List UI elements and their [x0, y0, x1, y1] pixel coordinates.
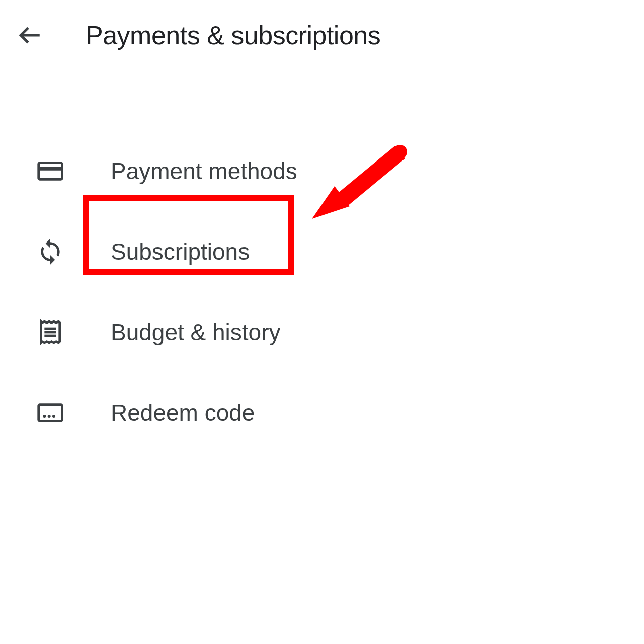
header: Payments & subscriptions [0, 0, 644, 65]
svg-point-7 [43, 415, 46, 418]
menu-label-payment-methods: Payment methods [111, 157, 297, 185]
menu-list: Payment methods Subscriptions Budget & h… [0, 65, 644, 453]
menu-label-budget-history: Budget & history [111, 318, 281, 346]
svg-point-9 [52, 415, 55, 418]
svg-rect-1 [39, 163, 62, 180]
menu-item-budget-history[interactable]: Budget & history [35, 292, 644, 372]
svg-rect-6 [39, 405, 62, 421]
back-button[interactable] [15, 20, 45, 50]
sync-icon [35, 236, 65, 267]
arrow-back-icon [18, 23, 43, 48]
receipt-icon [35, 317, 65, 347]
credit-card-icon [35, 156, 65, 186]
menu-label-subscriptions: Subscriptions [111, 238, 250, 265]
page-title: Payments & subscriptions [86, 20, 380, 50]
menu-item-redeem-code[interactable]: Redeem code [35, 372, 644, 453]
svg-point-8 [48, 415, 51, 418]
ellipsis-card-icon [35, 397, 65, 428]
menu-label-redeem-code: Redeem code [111, 399, 255, 426]
menu-item-payment-methods[interactable]: Payment methods [35, 131, 644, 211]
menu-item-subscriptions[interactable]: Subscriptions [35, 211, 644, 292]
